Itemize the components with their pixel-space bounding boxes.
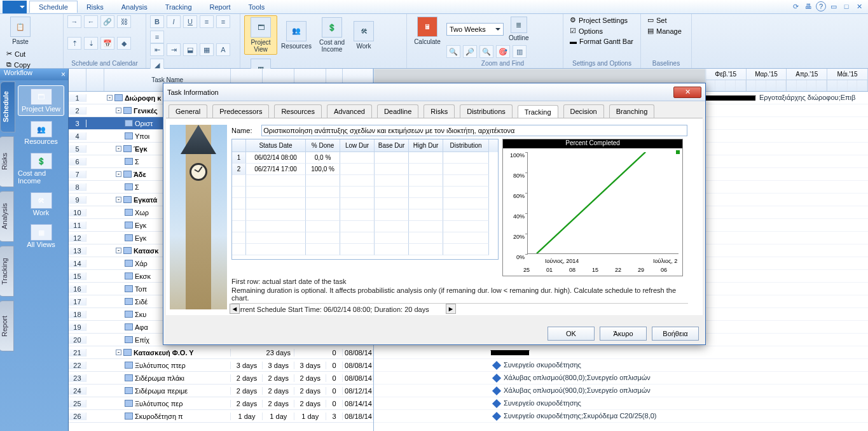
cost-view-button[interactable]: 💲Cost and Income	[315, 16, 348, 54]
dlg-tab-general[interactable]: General	[169, 104, 207, 118]
find-icon[interactable]: 🔍	[479, 45, 493, 58]
tracking-grid[interactable]: Status Date% DoneLow DurBase DurHigh Dur…	[231, 139, 499, 260]
task-row[interactable]: 25Ξυλότυπος περ2 days2 days2 days008/14/…	[69, 397, 373, 410]
task-row[interactable]: 23Σιδέρωμα πλάκι2 days2 days2 days008/08…	[69, 372, 373, 385]
indent-right-icon[interactable]: →	[67, 15, 81, 28]
indent-icon[interactable]: ⇥	[167, 43, 181, 56]
dlg-tab-distributions[interactable]: Distributions	[460, 104, 513, 118]
italic-icon[interactable]: I	[167, 15, 181, 28]
name-input[interactable]	[261, 125, 687, 136]
vtab-risks[interactable]: Risks	[0, 136, 14, 187]
tab-schedule[interactable]: Schedule	[29, 1, 78, 13]
zoom-combo[interactable]: Two Weeks	[446, 23, 504, 36]
ok-button[interactable]: OK	[548, 327, 595, 341]
tab-tracking[interactable]: Tracking	[156, 1, 201, 13]
bold-icon[interactable]: B	[150, 15, 164, 28]
dlg-tab-resources[interactable]: Resources	[274, 104, 322, 118]
note-row2: Remaining duration is optional. It affec…	[231, 286, 688, 302]
vtab-schedule[interactable]: Schedule	[0, 81, 15, 132]
outline-toggle[interactable]: -	[116, 248, 121, 253]
work-view-button[interactable]: 🛠Work	[351, 20, 376, 51]
task-row[interactable]: 21-Κατασκευή Φ.Ο. Υ23 days008/08/14	[69, 346, 373, 359]
dlg-tab-deadline[interactable]: Deadline	[377, 104, 418, 118]
wf-work[interactable]: 🛠Work	[18, 190, 64, 219]
wf-project-view[interactable]: 🗔Project View	[18, 85, 64, 116]
task-icon	[123, 247, 132, 254]
manage-baseline-button[interactable]: ▤Manage	[645, 26, 687, 36]
task-row[interactable]: 26Σκυροδέτηση π1 day1 day1 day308/18/14	[69, 410, 373, 423]
tab-report[interactable]: Report	[201, 1, 240, 13]
copy-button[interactable]: ⧉Copy	[4, 60, 34, 69]
wf-all[interactable]: ▦All Views	[18, 222, 64, 251]
dlg-tab-advanced[interactable]: Advanced	[327, 104, 372, 118]
tab-analysis[interactable]: Analysis	[113, 1, 156, 13]
zoom-in-icon[interactable]: 🔍	[446, 45, 460, 58]
dlg-tab-risks[interactable]: Risks	[424, 104, 455, 118]
fontcolor-icon[interactable]: A	[216, 43, 230, 56]
goto-icon[interactable]: 🎯	[496, 45, 510, 58]
help-icon[interactable]: ?	[816, 1, 826, 11]
unlink-icon[interactable]: ⛓	[117, 15, 131, 28]
cancel-button[interactable]: Άκυρο	[600, 327, 647, 341]
outline-toggle[interactable]: -	[107, 95, 113, 101]
fill-down-icon[interactable]: ⬓	[183, 43, 197, 56]
outline-toggle[interactable]: -	[116, 350, 121, 355]
format-gantt-button[interactable]: ▬Format Gantt Bar	[567, 37, 637, 46]
paste-button[interactable]: 📋Paste	[4, 15, 37, 46]
vtab-report[interactable]: Report	[0, 300, 14, 351]
dlg-tab-decision[interactable]: Decision	[563, 104, 604, 118]
dlg-tab-branching[interactable]: Branching	[609, 104, 655, 118]
move-up-icon[interactable]: ⇡	[67, 37, 81, 50]
task-icon	[125, 374, 133, 381]
cut-button[interactable]: ✂Cut	[4, 49, 34, 59]
tab-tools[interactable]: Tools	[240, 1, 274, 13]
printer-icon[interactable]: 🖶	[803, 1, 813, 11]
vtab-analysis[interactable]: Analysis	[0, 191, 14, 242]
outline-toggle[interactable]: -	[116, 171, 121, 177]
outline-toggle[interactable]: -	[116, 146, 121, 152]
options-button[interactable]: ☑Options	[567, 26, 637, 36]
ribbon: 📋Paste ✂Cut ⧉Copy ↶Undo Clipboard → ← 🔗 …	[0, 14, 868, 69]
task-row[interactable]: 24Σιδέρωμα περιμε2 days2 days2 days008/1…	[69, 385, 373, 397]
project-view-button[interactable]: 🗔Project View	[244, 15, 277, 55]
tab-risks[interactable]: Risks	[78, 1, 113, 13]
wf-cost[interactable]: 💲Cost and Income	[18, 150, 64, 187]
link-icon[interactable]: 🔗	[100, 15, 114, 28]
help-button[interactable]: Βοήθεια	[652, 327, 699, 341]
dlg-tab-tracking[interactable]: Tracking	[518, 105, 558, 118]
indent-left-icon[interactable]: ←	[84, 15, 98, 28]
outline-toggle[interactable]: -	[116, 197, 121, 202]
maximize-icon[interactable]: □	[841, 1, 851, 11]
align-left-icon[interactable]: ≡	[200, 15, 214, 28]
filter-icon[interactable]: ▥	[513, 45, 527, 58]
wf-resources[interactable]: 👥Resources	[18, 118, 64, 148]
project-settings-button[interactable]: ⚙Project Settings	[567, 15, 637, 25]
vtab-tracking[interactable]: Tracking	[0, 246, 14, 297]
scissors-icon: ✂	[6, 50, 12, 58]
align-center-icon[interactable]: ≡	[216, 15, 230, 28]
calendar-icon[interactable]: 📅	[100, 37, 114, 50]
group-label-settings: Settings and Options	[567, 59, 637, 67]
zoom-out-icon[interactable]: 🔎	[463, 45, 477, 58]
group-label-zoom: Zoom and Find	[446, 59, 559, 67]
move-down-icon[interactable]: ⇣	[84, 37, 98, 50]
outline-button[interactable]: ≣Outline	[506, 15, 532, 43]
border-icon[interactable]: ▦	[200, 43, 214, 56]
close-icon[interactable]: ✕	[854, 1, 864, 11]
outdent-icon[interactable]: ⇤	[150, 43, 164, 56]
outline-toggle[interactable]: -	[116, 108, 121, 113]
task-icon	[125, 311, 133, 318]
app-menu-button[interactable]	[3, 1, 27, 13]
resources-view-button[interactable]: 👥Resources	[280, 20, 313, 51]
refresh-icon[interactable]: ⟳	[790, 1, 801, 11]
workflow-close-icon[interactable]: ×	[61, 70, 65, 79]
underline-icon[interactable]: U	[183, 15, 197, 28]
calculate-button[interactable]: 🖩Calculate	[411, 15, 444, 46]
set-baseline-button[interactable]: ▭Set	[645, 15, 687, 25]
dlg-tab-predecessors[interactable]: Predecessors	[212, 104, 269, 118]
milestone-icon[interactable]: ◆	[117, 37, 131, 50]
task-row[interactable]: 22Ξυλότυπος πτερ3 days3 days3 days008/08…	[69, 359, 373, 372]
dialog-close-button[interactable]: ✕	[673, 87, 701, 98]
minimize-icon[interactable]: ▭	[829, 1, 839, 11]
align-right-icon[interactable]: ≡	[150, 31, 164, 43]
